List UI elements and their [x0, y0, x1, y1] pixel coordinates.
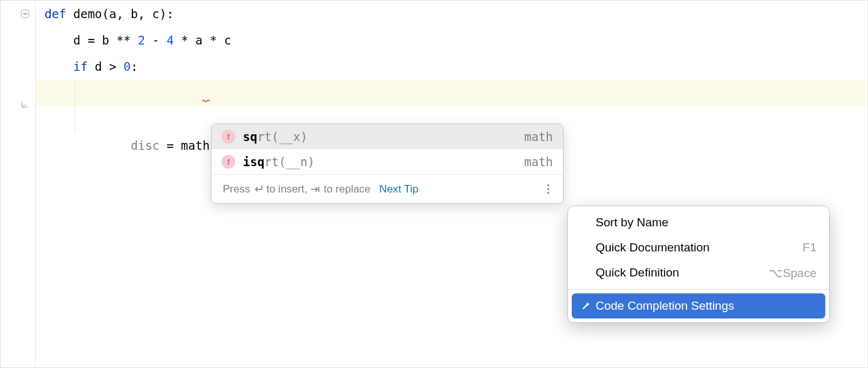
completion-item-sqrt[interactable]: f sqrt(__x) math — [212, 124, 563, 149]
error-underline-icon — [202, 100, 211, 102]
code-line-1[interactable]: def demo(a, b, c): — [36, 1, 867, 27]
params: (a, b, c): — [102, 7, 174, 21]
menu-quick-definition[interactable]: Quick Definition ⌥Space — [568, 260, 829, 285]
menu-code-completion-settings[interactable]: Code Completion Settings — [572, 293, 825, 318]
code-line-2[interactable]: d = b ** 2 - 4 * a * c — [36, 27, 867, 53]
keyword-def: def — [45, 7, 66, 21]
completion-item-isqrt[interactable]: f isqrt(__n) math — [212, 149, 563, 174]
completion-label: isqrt(__n) — [243, 155, 524, 169]
more-options-icon[interactable] — [542, 184, 554, 194]
menu-separator — [568, 289, 829, 290]
completion-footer: Press to insert, to replace Next Tip — [212, 174, 563, 203]
function-icon: f — [222, 155, 235, 169]
code-line-4-current[interactable]: disc = math.sq — [36, 80, 867, 106]
enter-key-icon — [252, 185, 264, 194]
completion-label: sqrt(__x) — [243, 130, 524, 144]
hint-press: Press — [223, 183, 250, 196]
code-line-3[interactable]: if d > 0: — [36, 53, 867, 80]
tab-key-icon — [310, 186, 321, 193]
menu-quick-documentation[interactable]: Quick Documentation F1 — [568, 235, 829, 260]
fold-end-icon[interactable] — [19, 100, 31, 111]
fold-collapse-icon[interactable] — [19, 8, 31, 19]
code-editor[interactable]: def demo(a, b, c): d = b ** 2 - 4 * a * … — [36, 1, 867, 132]
function-icon: f — [222, 130, 235, 144]
hint-replace: to replace — [324, 183, 371, 196]
hint-insert: to insert, — [266, 183, 307, 196]
function-name: demo — [73, 7, 102, 21]
completion-module: math — [524, 155, 553, 169]
menu-sort-by-name[interactable]: Sort by Name — [568, 210, 829, 235]
next-tip-link[interactable]: Next Tip — [379, 183, 418, 196]
code-completion-popup: f sqrt(__x) math f isqrt(__n) math Press… — [211, 124, 564, 204]
completion-module: math — [524, 130, 553, 144]
completion-context-menu: Sort by Name Quick Documentation F1 Quic… — [567, 206, 830, 323]
editor-gutter — [1, 1, 36, 367]
wrench-icon — [580, 300, 591, 312]
